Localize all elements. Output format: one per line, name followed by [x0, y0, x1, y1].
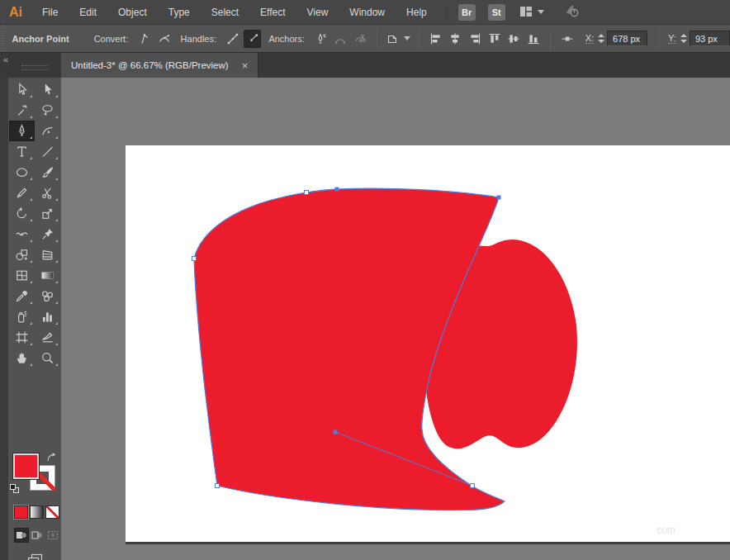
graphic-style-panel-badge[interactable]: St — [488, 4, 505, 21]
hand-tool[interactable] — [9, 348, 35, 368]
touch-workspace-icon[interactable] — [564, 3, 580, 21]
menu-object[interactable]: Object — [107, 0, 158, 25]
tools-panel-grip[interactable] — [21, 65, 48, 70]
gradient-button[interactable] — [30, 505, 44, 519]
menu-bar: Ai FileEditObjectTypeSelectEffectViewWin… — [0, 0, 730, 25]
scale-tool[interactable] — [35, 203, 60, 224]
anchor-point[interactable] — [216, 484, 220, 488]
menu-select[interactable]: Select — [201, 0, 249, 25]
collapse-panel-chevrons[interactable]: « — [3, 55, 7, 64]
type-tool[interactable] — [9, 141, 35, 162]
selected-anchor-point[interactable] — [497, 196, 501, 200]
menu-file[interactable]: File — [31, 0, 69, 25]
draw-normal-button[interactable] — [14, 528, 29, 543]
align-center-horizontal-button[interactable] — [447, 30, 465, 48]
align-bottom-button[interactable] — [524, 30, 543, 48]
symbol-sprayer-tool[interactable] — [9, 306, 35, 327]
hand-icon — [15, 351, 29, 365]
zoom-tool[interactable] — [35, 348, 60, 368]
direction-handle-point[interactable] — [334, 430, 338, 434]
control-bar-separator — [550, 29, 551, 49]
canvas-area[interactable]: com — [61, 78, 730, 560]
artwork-svg: com — [61, 78, 730, 560]
draw-inside-button[interactable] — [45, 528, 60, 543]
menu-effect[interactable]: Effect — [249, 0, 296, 25]
anchor-point[interactable] — [192, 257, 197, 261]
panel-edge-strip — [0, 78, 8, 560]
puppet-warp-tool[interactable] — [35, 224, 60, 244]
x-input[interactable]: 678 px — [607, 31, 647, 46]
selection-tool[interactable] — [9, 79, 35, 100]
rotate-tool[interactable] — [9, 203, 35, 224]
scale-icon — [40, 206, 55, 221]
shape-builder-tool[interactable] — [9, 244, 35, 265]
direction-handle-point[interactable] — [335, 187, 339, 192]
swap-fill-stroke-icon[interactable] — [46, 451, 57, 466]
tab-close-icon[interactable]: × — [242, 60, 249, 71]
convert-label: Convert: — [94, 34, 129, 44]
anchor-point[interactable] — [305, 191, 309, 195]
width-tool[interactable] — [9, 224, 35, 244]
menubar-items: FileEditObjectTypeSelectEffectViewWindow… — [31, 0, 438, 25]
slice-tool[interactable] — [35, 327, 60, 348]
workspace-switcher[interactable] — [519, 6, 544, 18]
menu-help[interactable]: Help — [396, 0, 438, 25]
pen-tool[interactable] — [9, 121, 35, 141]
y-stepper[interactable] — [680, 34, 687, 43]
cut-path-button[interactable] — [351, 30, 369, 48]
app-logo[interactable]: Ai — [0, 5, 31, 20]
brush-panel-badge[interactable]: Br — [458, 4, 476, 21]
convert-to-corner-button[interactable] — [135, 30, 154, 48]
perspective-grid-tool[interactable] — [35, 244, 60, 265]
screen-mode-button[interactable] — [26, 553, 45, 560]
align-left-button[interactable] — [427, 30, 445, 48]
curvature-tool[interactable] — [35, 121, 60, 141]
anchor-point[interactable] — [471, 484, 475, 488]
convert-to-smooth-button[interactable] — [155, 30, 173, 48]
remove-anchor-button[interactable] — [312, 30, 330, 48]
direct-selection-tool[interactable] — [35, 79, 60, 100]
align-top-button[interactable] — [486, 30, 504, 48]
hide-handles-button[interactable] — [244, 30, 262, 48]
align-right-button[interactable] — [466, 30, 484, 48]
control-bar-grip[interactable] — [0, 25, 6, 53]
menu-view[interactable]: View — [296, 0, 339, 25]
align-to-artboard-dropdown[interactable] — [385, 30, 411, 48]
watermark-text: com — [657, 524, 675, 536]
color-button[interactable] — [14, 505, 28, 519]
show-handles-button[interactable] — [224, 30, 242, 48]
anchors-label: Anchors: — [268, 34, 304, 44]
direct-selection-icon — [40, 83, 55, 97]
none-button[interactable] — [45, 505, 59, 519]
x-stepper[interactable] — [598, 34, 604, 43]
fill-stroke-controls — [8, 451, 61, 502]
width-icon — [15, 227, 29, 241]
default-fill-stroke-icon[interactable] — [10, 484, 20, 494]
lasso-tool[interactable] — [35, 100, 60, 121]
artboard-tool[interactable] — [9, 327, 35, 348]
connect-endpoints-button[interactable] — [331, 30, 349, 48]
mesh-tool[interactable] — [9, 265, 35, 286]
column-graph-tool[interactable] — [35, 306, 60, 327]
menu-edit[interactable]: Edit — [69, 0, 107, 25]
artboard-shadow — [126, 542, 730, 544]
ellipse-tool[interactable] — [9, 162, 35, 183]
puppet-warp-icon — [40, 227, 55, 241]
lasso-icon — [40, 103, 55, 117]
menu-type[interactable]: Type — [158, 0, 201, 25]
document-tab[interactable]: Untitled-3* @ 66.67% (RGB/Preview) × — [61, 53, 258, 78]
pencil-tool[interactable] — [9, 183, 35, 203]
blend-tool[interactable] — [35, 286, 60, 306]
paintbrush-icon — [40, 165, 55, 179]
eyedropper-tool[interactable] — [9, 286, 35, 306]
fill-swatch[interactable] — [12, 453, 40, 480]
line-segment-tool[interactable] — [35, 141, 60, 162]
y-input[interactable]: 93 px — [690, 31, 730, 46]
paintbrush-tool[interactable] — [35, 162, 60, 183]
magic-wand-tool[interactable] — [9, 100, 35, 121]
align-center-vertical-button[interactable] — [505, 30, 524, 48]
draw-behind-button[interactable] — [30, 528, 45, 543]
gradient-tool[interactable] — [35, 265, 60, 286]
scissors-tool[interactable] — [35, 183, 60, 203]
menu-window[interactable]: Window — [339, 0, 396, 25]
